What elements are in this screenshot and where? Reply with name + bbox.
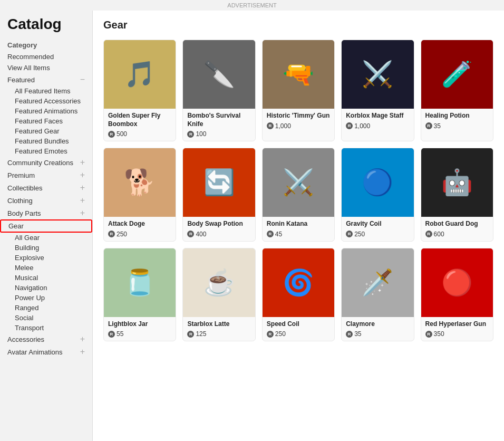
item-image: 🗡️ xyxy=(342,248,413,317)
item-image: ☕ xyxy=(183,248,255,317)
sidebar-sub-featured-bundles[interactable]: Featured Bundles xyxy=(0,136,92,146)
sidebar-sub-navigation[interactable]: Navigation xyxy=(0,283,92,293)
premium-expand-icon: + xyxy=(80,170,85,180)
item-name: Bombo's Survival Knife xyxy=(187,112,250,128)
sidebar-sub-all-featured[interactable]: All Featured Items xyxy=(0,86,92,96)
item-card[interactable]: 🎵 Golden Super Fly Boombox R 500 xyxy=(103,40,176,141)
sidebar-item-body-parts[interactable]: Body Parts + xyxy=(0,207,92,219)
sidebar-sub-power-up[interactable]: Power Up xyxy=(0,293,92,303)
item-card[interactable]: 🔵 Gravity Coil R 250 xyxy=(341,148,414,242)
sidebar-sub-featured-animations[interactable]: Featured Animations xyxy=(0,106,92,116)
robux-icon: R xyxy=(267,122,274,129)
item-name: Speed Coil xyxy=(267,320,330,329)
sidebar-item-accessories[interactable]: Accessories + xyxy=(0,333,92,346)
robux-icon: R xyxy=(108,331,115,338)
robux-icon: R xyxy=(108,231,115,237)
item-name: Lightblox Jar xyxy=(108,320,171,329)
sidebar-item-community[interactable]: Community Creations + xyxy=(0,156,92,169)
collectibles-expand-icon: + xyxy=(80,183,85,193)
item-card[interactable]: 🐕 Attack Doge R 250 xyxy=(103,148,176,242)
item-image: 🧪 xyxy=(421,40,493,109)
item-info: Body Swap Potion R 400 xyxy=(183,217,255,241)
sidebar-label-avatar-animations: Avatar Animations xyxy=(7,348,63,356)
sidebar-sub-explosive[interactable]: Explosive xyxy=(0,253,92,263)
page-wrapper: ADVERTISEMENT Catalog Category Recommend… xyxy=(0,0,504,441)
sidebar-sub-featured-emotes[interactable]: Featured Emotes xyxy=(0,146,92,156)
item-price: R 250 xyxy=(108,231,171,238)
item-name: Robot Guard Dog xyxy=(425,220,489,228)
sidebar-sub-musical[interactable]: Musical xyxy=(0,273,92,283)
item-price-value: 400 xyxy=(196,231,206,238)
sidebar-sub-all-gear[interactable]: All Gear xyxy=(0,233,92,243)
item-info: Bombo's Survival Knife R 100 xyxy=(183,109,255,141)
sidebar-label-body-parts: Body Parts xyxy=(7,209,41,217)
robux-icon: R xyxy=(425,331,432,338)
page-title: Catalog xyxy=(0,16,92,39)
sidebar-sub-transport[interactable]: Transport xyxy=(0,323,92,333)
item-price: R 1,000 xyxy=(346,122,409,130)
sidebar-item-premium[interactable]: Premium + xyxy=(0,169,92,181)
accessories-expand-icon: + xyxy=(80,334,85,344)
item-info: Healing Potion R 35 xyxy=(421,109,493,133)
sidebar-item-view-all[interactable]: View All Items xyxy=(0,62,92,73)
sidebar-sub-social[interactable]: Social xyxy=(0,313,92,323)
sidebar-sub-featured-accessories[interactable]: Featured Accessories xyxy=(0,96,92,106)
item-price: R 250 xyxy=(346,231,409,238)
sidebar-sub-building[interactable]: Building xyxy=(0,243,92,253)
item-info: Lightblox Jar R 55 xyxy=(104,317,176,341)
robux-icon: R xyxy=(346,331,353,338)
item-price: R 600 xyxy=(425,231,489,238)
sidebar-label-premium: Premium xyxy=(7,171,35,179)
item-price-value: 600 xyxy=(434,231,444,238)
sidebar-label-featured: Featured xyxy=(7,76,35,84)
item-name: Starblox Latte xyxy=(187,320,250,329)
item-info: Red Hyperlaser Gun R 350 xyxy=(421,317,493,341)
robux-icon: R xyxy=(187,231,194,237)
item-price-value: 250 xyxy=(354,231,365,238)
sidebar-sub-featured-faces[interactable]: Featured Faces xyxy=(0,116,92,126)
sidebar-item-recommended[interactable]: Recommended xyxy=(0,51,92,62)
item-card[interactable]: 🗡️ Claymore R 35 xyxy=(341,248,414,342)
robux-icon: R xyxy=(425,122,432,129)
clothing-expand-icon: + xyxy=(80,196,85,205)
item-image: 🔪 xyxy=(183,40,255,109)
item-image: 🐕 xyxy=(104,148,176,217)
item-card[interactable]: ☕ Starblox Latte R 125 xyxy=(182,248,255,342)
item-info: Starblox Latte R 125 xyxy=(183,317,255,341)
item-card[interactable]: 🔪 Bombo's Survival Knife R 100 xyxy=(182,40,255,141)
sidebar-item-collectibles[interactable]: Collectibles + xyxy=(0,181,92,194)
item-image: 🔴 xyxy=(421,248,493,317)
robux-icon: R xyxy=(425,231,432,237)
item-price-value: 500 xyxy=(117,130,127,138)
sidebar-item-gear[interactable]: Gear xyxy=(0,219,92,233)
item-name: Attack Doge xyxy=(108,220,171,228)
item-card[interactable]: 🧪 Healing Potion R 35 xyxy=(421,40,493,141)
item-info: Claymore R 35 xyxy=(342,317,413,341)
item-card[interactable]: 🫙 Lightblox Jar R 55 xyxy=(103,248,176,342)
sidebar-sub-ranged[interactable]: Ranged xyxy=(0,303,92,313)
item-card[interactable]: ⚔️ Ronin Katana R 45 xyxy=(262,148,335,242)
item-card[interactable]: 🌀 Speed Coil R 250 xyxy=(262,248,335,342)
item-image: ⚔️ xyxy=(342,40,413,109)
sidebar-sub-melee[interactable]: Melee xyxy=(0,263,92,273)
sidebar-sub-featured-gear[interactable]: Featured Gear xyxy=(0,126,92,136)
item-price: R 125 xyxy=(187,330,250,338)
item-price: R 55 xyxy=(108,330,171,338)
sidebar-item-clothing[interactable]: Clothing + xyxy=(0,194,92,207)
main-content: Catalog Category Recommended View All It… xyxy=(0,11,504,441)
item-price: R 35 xyxy=(346,330,409,338)
robux-icon: R xyxy=(267,331,274,338)
sidebar-item-featured[interactable]: Featured − xyxy=(0,73,92,86)
item-price-value: 35 xyxy=(434,122,441,130)
item-name: Golden Super Fly Boombox xyxy=(108,112,171,128)
item-card[interactable]: ⚔️ Korblox Mage Staff R 1,000 xyxy=(341,40,414,141)
avatar-animations-expand-icon: + xyxy=(80,347,85,357)
item-card[interactable]: 🔴 Red Hyperlaser Gun R 350 xyxy=(421,248,493,342)
item-info: Robot Guard Dog R 600 xyxy=(421,217,493,241)
item-card[interactable]: 🤖 Robot Guard Dog R 600 xyxy=(421,148,493,242)
item-name: Claymore xyxy=(346,320,409,329)
item-card[interactable]: 🔄 Body Swap Potion R 400 xyxy=(182,148,255,242)
item-card[interactable]: 🔫 Historic 'Timmy' Gun R 1,000 xyxy=(262,40,335,141)
sidebar-label-community: Community Creations xyxy=(7,159,73,167)
sidebar-item-avatar-animations[interactable]: Avatar Animations + xyxy=(0,346,92,358)
